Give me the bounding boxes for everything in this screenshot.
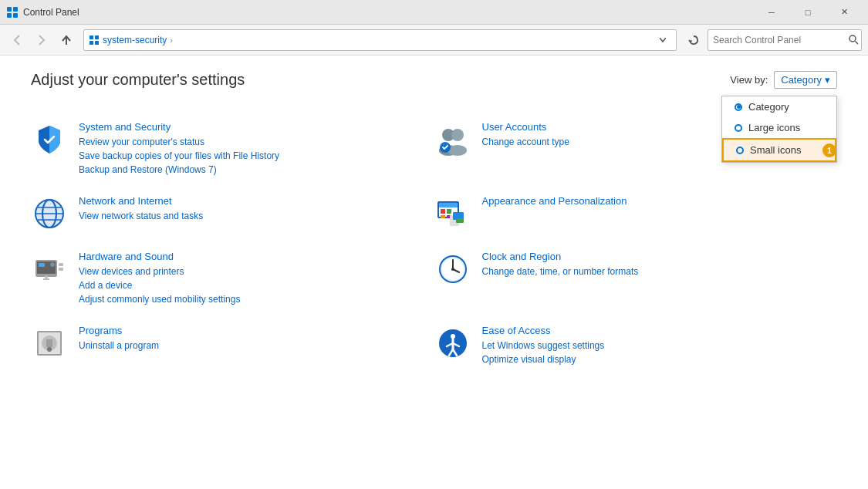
svg-rect-36: [59, 263, 63, 266]
hardware-link3[interactable]: Adjust commonly used mobility settings: [79, 292, 240, 306]
badge-small-icons: 1: [822, 143, 836, 157]
radio-dot-category: [735, 103, 742, 111]
hardware-text: Hardware and Sound View devices and prin…: [79, 251, 240, 306]
window-controls: ─ □ ✕: [754, 0, 862, 25]
dropdown-item-large-icons[interactable]: Large icons: [722, 117, 836, 138]
system-security-link2[interactable]: Save backup copies of your files with Fi…: [79, 149, 279, 163]
svg-rect-1: [13, 7, 18, 12]
dropdown-label-small-icons: Small icons: [750, 144, 801, 156]
cp-item-appearance: Appearance and Personalization: [434, 186, 838, 241]
ease-of-access-text: Ease of Access Let Windows suggest setti…: [482, 325, 605, 366]
radio-dot-large-icons: [735, 124, 742, 132]
svg-point-13: [451, 129, 464, 141]
restore-button[interactable]: □: [790, 0, 826, 25]
view-by-control: View by: Category ▾: [730, 71, 837, 89]
view-by-dropdown-button[interactable]: Category ▾: [774, 71, 837, 89]
window-title: Control Panel: [23, 7, 754, 18]
cp-item-ease-of-access: Ease of Access Let Windows suggest setti…: [434, 315, 838, 376]
user-accounts-text: User Accounts Change account type: [482, 121, 569, 149]
cp-item-clock: Clock and Region Change date, time, or n…: [434, 241, 838, 315]
ease-of-access-icon: [434, 325, 471, 362]
main-content: Adjust your computer's settings View by:…: [0, 56, 868, 489]
appearance-text: Appearance and Personalization: [482, 195, 627, 209]
svg-rect-6: [95, 35, 99, 39]
hardware-link2[interactable]: Add a device: [79, 278, 240, 292]
clock-text: Clock and Region Change date, time, or n…: [482, 251, 639, 278]
nav-bar: system-security ›: [0, 25, 868, 56]
svg-rect-37: [59, 268, 63, 271]
up-button[interactable]: [56, 29, 77, 51]
search-button[interactable]: [849, 35, 859, 45]
svg-rect-2: [7, 13, 12, 18]
search-wrapper: [708, 29, 862, 51]
clock-title[interactable]: Clock and Region: [482, 251, 639, 262]
back-button[interactable]: [6, 29, 28, 51]
svg-rect-38: [39, 263, 45, 267]
system-security-title[interactable]: System and Security: [79, 121, 279, 133]
network-link1[interactable]: View network status and tasks: [79, 209, 203, 223]
title-bar: Control Panel ─ □ ✕: [0, 0, 868, 25]
svg-rect-27: [441, 215, 445, 218]
refresh-button[interactable]: [683, 29, 704, 51]
chevron-down-icon: ▾: [825, 74, 830, 86]
view-by-dropdown-menu: Category Large icons Small icons 1: [721, 96, 837, 163]
appearance-icon: [434, 195, 471, 232]
svg-rect-31: [456, 218, 464, 223]
svg-rect-26: [447, 209, 451, 214]
items-grid: System and Security Review your computer…: [31, 112, 837, 376]
network-title[interactable]: Network and Internet: [79, 195, 203, 207]
system-security-link3[interactable]: Backup and Restore (Windows 7): [79, 163, 279, 177]
svg-rect-7: [90, 41, 93, 45]
svg-rect-49: [46, 339, 52, 347]
ease-of-access-link1[interactable]: Let Windows suggest settings: [482, 339, 605, 352]
user-accounts-icon: [434, 121, 471, 158]
hardware-link1[interactable]: View devices and printers: [79, 265, 240, 278]
dropdown-item-category[interactable]: Category: [722, 96, 836, 117]
programs-title[interactable]: Programs: [79, 325, 159, 336]
cp-item-hardware: Hardware and Sound View devices and prin…: [31, 241, 434, 315]
programs-text: Programs Uninstall a program: [79, 325, 159, 352]
forward-button[interactable]: [31, 29, 52, 51]
svg-rect-3: [13, 13, 18, 18]
system-security-text: System and Security Review your computer…: [79, 121, 279, 177]
view-by-current: Category: [781, 74, 822, 86]
svg-point-14: [448, 145, 467, 156]
hardware-title[interactable]: Hardware and Sound: [79, 251, 240, 262]
network-text: Network and Internet View network status…: [79, 195, 203, 223]
dropdown-label-category: Category: [748, 101, 789, 113]
dropdown-item-small-icons[interactable]: Small icons 1: [722, 138, 836, 162]
svg-rect-25: [441, 209, 445, 214]
svg-rect-35: [43, 278, 49, 280]
search-input[interactable]: [708, 29, 862, 51]
svg-point-34: [45, 275, 48, 278]
ease-of-access-title[interactable]: Ease of Access: [482, 325, 605, 336]
breadcrumb-bar: system-security ›: [83, 29, 677, 51]
cp-item-network: Network and Internet View network status…: [31, 186, 434, 241]
hardware-icon: [31, 251, 68, 288]
ease-of-access-link2[interactable]: Optimize visual display: [482, 352, 605, 366]
svg-rect-0: [7, 7, 12, 12]
svg-point-50: [47, 347, 52, 352]
close-button[interactable]: ✕: [826, 0, 862, 25]
user-accounts-link1[interactable]: Change account type: [482, 135, 569, 149]
svg-rect-24: [439, 203, 458, 207]
breadcrumb-dropdown-button[interactable]: [654, 31, 671, 49]
svg-point-45: [451, 268, 454, 271]
breadcrumb-separator: ›: [170, 35, 173, 45]
programs-link1[interactable]: Uninstall a program: [79, 339, 159, 352]
breadcrumb-label[interactable]: system-security: [103, 35, 167, 46]
svg-rect-5: [90, 35, 93, 39]
svg-point-39: [50, 262, 55, 267]
user-accounts-title[interactable]: User Accounts: [482, 121, 569, 133]
view-by-label: View by:: [730, 74, 768, 86]
network-icon: [31, 195, 68, 232]
app-icon: [6, 6, 19, 19]
breadcrumb-item-cp: system-security ›: [89, 35, 173, 46]
clock-link1[interactable]: Change date, time, or number formats: [482, 265, 639, 278]
minimize-button[interactable]: ─: [754, 0, 789, 25]
cp-item-programs: Programs Uninstall a program: [31, 315, 434, 376]
system-security-link1[interactable]: Review your computer's status: [79, 135, 279, 149]
svg-rect-8: [95, 41, 99, 45]
programs-icon: [31, 325, 68, 362]
appearance-title[interactable]: Appearance and Personalization: [482, 195, 627, 207]
